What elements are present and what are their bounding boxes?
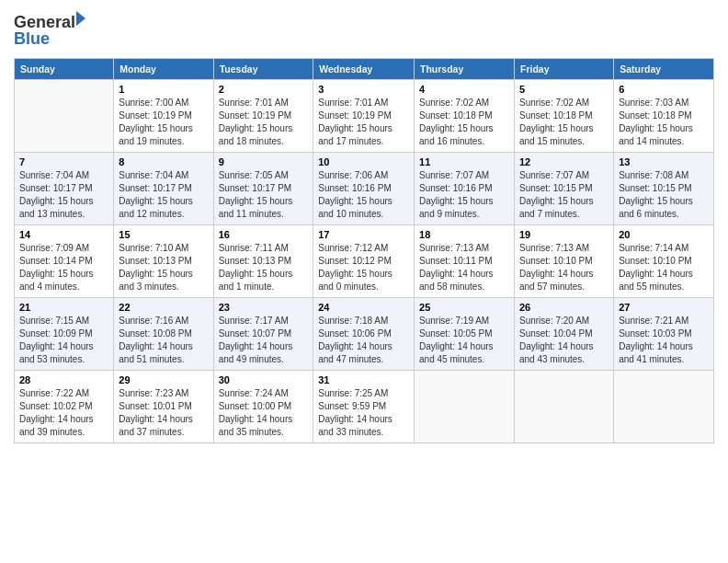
calendar-cell: 28Sunrise: 7:22 AMSunset: 10:02 PMDaylig… [15,371,114,443]
day-info: Sunrise: 7:03 AMSunset: 10:18 PMDaylight… [619,97,709,148]
day-info: Sunrise: 7:06 AMSunset: 10:16 PMDaylight… [318,169,409,221]
day-info: Sunrise: 7:20 AMSunset: 10:04 PMDaylight… [519,315,609,366]
svg-text:General: General [14,13,75,31]
day-number: 28 [19,374,108,385]
day-info: Sunrise: 7:04 AMSunset: 10:17 PMDaylight… [19,169,108,221]
day-number: 24 [318,302,409,313]
calendar-cell: 4Sunrise: 7:02 AMSunset: 10:18 PMDayligh… [415,80,515,153]
calendar-cell: 11Sunrise: 7:07 AMSunset: 10:16 PMDaylig… [415,153,515,225]
day-info: Sunrise: 7:16 AMSunset: 10:08 PMDaylight… [119,315,208,366]
day-info: Sunrise: 7:05 AMSunset: 10:17 PMDaylight… [219,169,309,221]
day-number: 2 [219,84,309,95]
day-info: Sunrise: 7:02 AMSunset: 10:18 PMDaylight… [419,97,509,148]
calendar-cell: 13Sunrise: 7:08 AMSunset: 10:15 PMDaylig… [614,153,714,225]
day-info: Sunrise: 7:15 AMSunset: 10:09 PMDaylight… [19,315,108,366]
day-info: Sunrise: 7:14 AMSunset: 10:10 PMDaylight… [619,242,709,293]
day-number: 7 [19,156,108,167]
day-number: 14 [19,229,108,240]
calendar-header-row: SundayMondayTuesdayWednesdayThursdayFrid… [15,59,714,80]
column-header-thursday: Thursday [415,59,515,80]
day-number: 30 [219,374,309,385]
day-info: Sunrise: 7:00 AMSunset: 10:19 PMDaylight… [119,97,208,148]
column-header-tuesday: Tuesday [213,59,313,80]
page-container: GeneralBlue SundayMondayTuesdayWednesday… [0,0,728,453]
calendar-cell: 2Sunrise: 7:01 AMSunset: 10:19 PMDayligh… [213,80,313,153]
column-header-monday: Monday [114,59,213,80]
header: GeneralBlue [14,9,714,51]
calendar-cell: 23Sunrise: 7:17 AMSunset: 10:07 PMDaylig… [213,298,313,371]
calendar-cell: 25Sunrise: 7:19 AMSunset: 10:05 PMDaylig… [415,298,515,371]
day-info: Sunrise: 7:01 AMSunset: 10:19 PMDaylight… [219,97,309,148]
day-info: Sunrise: 7:07 AMSunset: 10:15 PMDaylight… [519,169,609,221]
calendar-week-3: 14Sunrise: 7:09 AMSunset: 10:14 PMDaylig… [15,225,714,298]
day-info: Sunrise: 7:09 AMSunset: 10:14 PMDaylight… [19,242,108,293]
day-info: Sunrise: 7:08 AMSunset: 10:15 PMDaylight… [619,169,709,221]
calendar-week-2: 7Sunrise: 7:04 AMSunset: 10:17 PMDayligh… [15,153,714,225]
calendar-cell: 5Sunrise: 7:02 AMSunset: 10:18 PMDayligh… [514,80,613,153]
calendar-cell: 17Sunrise: 7:12 AMSunset: 10:12 PMDaylig… [313,225,415,298]
calendar-week-4: 21Sunrise: 7:15 AMSunset: 10:09 PMDaylig… [15,298,714,371]
day-number: 18 [419,229,509,240]
calendar-cell: 14Sunrise: 7:09 AMSunset: 10:14 PMDaylig… [15,225,114,298]
calendar-cell: 7Sunrise: 7:04 AMSunset: 10:17 PMDayligh… [15,153,114,225]
calendar-cell: 19Sunrise: 7:13 AMSunset: 10:10 PMDaylig… [514,225,613,298]
svg-marker-1 [76,11,85,26]
calendar-cell: 31Sunrise: 7:25 AMSunset: 9:59 PMDayligh… [313,371,415,443]
day-number: 12 [519,156,609,167]
calendar-cell: 26Sunrise: 7:20 AMSunset: 10:04 PMDaylig… [514,298,613,371]
calendar-cell: 24Sunrise: 7:18 AMSunset: 10:06 PMDaylig… [313,298,415,371]
day-number: 15 [119,229,208,240]
calendar-cell: 3Sunrise: 7:01 AMSunset: 10:19 PMDayligh… [313,80,415,153]
day-number: 10 [318,156,409,167]
day-info: Sunrise: 7:12 AMSunset: 10:12 PMDaylight… [318,242,409,293]
day-info: Sunrise: 7:21 AMSunset: 10:03 PMDaylight… [619,315,709,366]
calendar-cell [614,371,714,443]
calendar-cell [514,371,613,443]
day-number: 5 [519,84,609,95]
logo-svg: GeneralBlue [14,9,97,51]
calendar-week-1: 1Sunrise: 7:00 AMSunset: 10:19 PMDayligh… [15,80,714,153]
calendar-cell: 9Sunrise: 7:05 AMSunset: 10:17 PMDayligh… [213,153,313,225]
day-info: Sunrise: 7:04 AMSunset: 10:17 PMDaylight… [119,169,208,221]
day-number: 4 [419,84,509,95]
calendar-cell: 29Sunrise: 7:23 AMSunset: 10:01 PMDaylig… [114,371,213,443]
day-number: 17 [318,229,409,240]
day-info: Sunrise: 7:18 AMSunset: 10:06 PMDaylight… [318,315,409,366]
day-info: Sunrise: 7:25 AMSunset: 9:59 PMDaylight:… [318,387,409,439]
day-number: 16 [219,229,309,240]
day-number: 13 [619,156,709,167]
calendar-cell: 20Sunrise: 7:14 AMSunset: 10:10 PMDaylig… [614,225,714,298]
day-number: 26 [519,302,609,313]
column-header-wednesday: Wednesday [313,59,415,80]
calendar-cell: 22Sunrise: 7:16 AMSunset: 10:08 PMDaylig… [114,298,213,371]
calendar-cell: 16Sunrise: 7:11 AMSunset: 10:13 PMDaylig… [213,225,313,298]
column-header-sunday: Sunday [15,59,114,80]
day-number: 29 [119,374,208,385]
day-info: Sunrise: 7:11 AMSunset: 10:13 PMDaylight… [219,242,309,293]
day-number: 22 [119,302,208,313]
day-number: 25 [419,302,509,313]
day-info: Sunrise: 7:22 AMSunset: 10:02 PMDaylight… [19,387,108,439]
day-info: Sunrise: 7:02 AMSunset: 10:18 PMDaylight… [519,97,609,148]
calendar-cell: 12Sunrise: 7:07 AMSunset: 10:15 PMDaylig… [514,153,613,225]
calendar-cell: 10Sunrise: 7:06 AMSunset: 10:16 PMDaylig… [313,153,415,225]
calendar-cell [415,371,515,443]
day-info: Sunrise: 7:10 AMSunset: 10:13 PMDaylight… [119,242,208,293]
day-info: Sunrise: 7:01 AMSunset: 10:19 PMDaylight… [318,97,409,148]
svg-text:Blue: Blue [14,29,50,48]
day-info: Sunrise: 7:07 AMSunset: 10:16 PMDaylight… [419,169,509,221]
calendar-cell: 15Sunrise: 7:10 AMSunset: 10:13 PMDaylig… [114,225,213,298]
calendar-cell [15,80,114,153]
calendar-week-5: 28Sunrise: 7:22 AMSunset: 10:02 PMDaylig… [15,371,714,443]
day-number: 6 [619,84,709,95]
day-info: Sunrise: 7:23 AMSunset: 10:01 PMDaylight… [119,387,208,439]
day-number: 9 [219,156,309,167]
calendar-cell: 30Sunrise: 7:24 AMSunset: 10:00 PMDaylig… [213,371,313,443]
day-info: Sunrise: 7:13 AMSunset: 10:10 PMDaylight… [519,242,609,293]
calendar-cell: 27Sunrise: 7:21 AMSunset: 10:03 PMDaylig… [614,298,714,371]
day-info: Sunrise: 7:24 AMSunset: 10:00 PMDaylight… [219,387,309,439]
day-number: 27 [619,302,709,313]
column-header-saturday: Saturday [614,59,714,80]
day-number: 11 [419,156,509,167]
calendar-cell: 18Sunrise: 7:13 AMSunset: 10:11 PMDaylig… [415,225,515,298]
